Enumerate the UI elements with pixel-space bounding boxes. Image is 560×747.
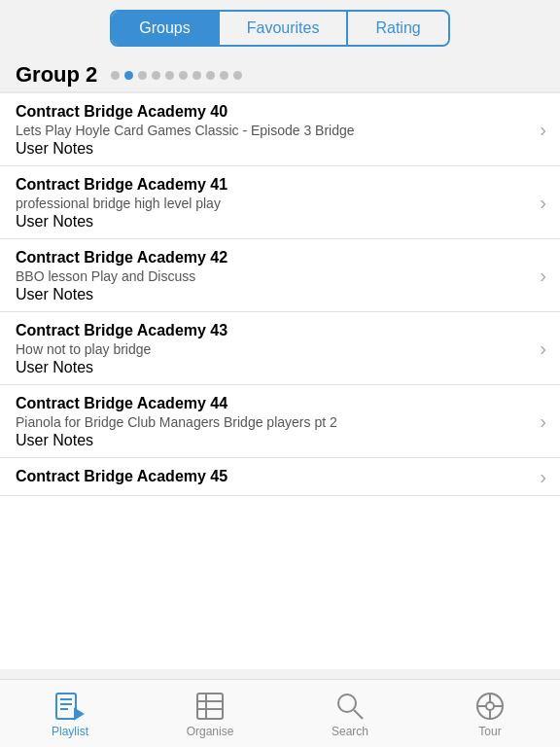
list-item[interactable]: Contract Bridge Academy 44 Pianola for B… xyxy=(0,385,560,458)
nav-label-tour: Tour xyxy=(478,725,501,738)
bottom-nav: Playlist Organise Search xyxy=(0,679,560,747)
chevron-icon: › xyxy=(540,192,546,214)
svg-rect-0 xyxy=(56,694,76,719)
top-tab-bar: Groups Favourites Rating xyxy=(0,0,560,56)
tab-group: Groups Favourites Rating xyxy=(110,10,449,47)
dot-7[interactable] xyxy=(192,71,201,80)
item-notes: User Notes xyxy=(16,432,544,449)
item-desc: Lets Play Hoyle Card Games Classic - Epi… xyxy=(16,123,544,138)
pagination-dots xyxy=(111,71,242,80)
content-list: Contract Bridge Academy 40 Lets Play Hoy… xyxy=(0,93,560,669)
tab-favourites[interactable]: Favourites xyxy=(220,12,349,45)
svg-line-10 xyxy=(354,710,363,719)
chevron-icon: › xyxy=(540,265,546,287)
tour-icon xyxy=(473,690,507,723)
nav-label-organise: Organise xyxy=(187,725,234,738)
item-title: Contract Bridge Academy 44 xyxy=(16,395,544,412)
dot-10[interactable] xyxy=(233,71,242,80)
dot-4[interactable] xyxy=(152,71,160,80)
item-notes: User Notes xyxy=(16,359,544,376)
item-title: Contract Bridge Academy 40 xyxy=(16,103,544,121)
list-item[interactable]: Contract Bridge Academy 45 › xyxy=(0,458,560,496)
dot-9[interactable] xyxy=(220,71,228,80)
item-title: Contract Bridge Academy 45 xyxy=(16,468,544,485)
playlist-icon xyxy=(53,690,87,723)
list-item[interactable]: Contract Bridge Academy 43 How not to pl… xyxy=(0,312,560,385)
list-item[interactable]: Contract Bridge Academy 42 BBO lesson Pl… xyxy=(0,239,560,312)
nav-item-search[interactable]: Search xyxy=(280,684,420,744)
nav-label-playlist: Playlist xyxy=(52,725,88,738)
svg-rect-5 xyxy=(197,694,223,719)
svg-marker-4 xyxy=(75,709,83,719)
nav-label-search: Search xyxy=(332,725,368,738)
item-desc: BBO lesson Play and Discuss xyxy=(16,268,544,284)
organise-icon xyxy=(193,690,227,723)
search-icon xyxy=(333,690,367,723)
item-title: Contract Bridge Academy 42 xyxy=(16,249,544,267)
item-desc: Pianola for Bridge Club Managers Bridge … xyxy=(16,414,544,430)
dot-2[interactable] xyxy=(124,71,133,80)
chevron-icon: › xyxy=(540,119,546,141)
dot-6[interactable] xyxy=(179,71,188,80)
item-notes: User Notes xyxy=(16,140,544,158)
nav-item-organise[interactable]: Organise xyxy=(140,684,280,744)
chevron-icon: › xyxy=(540,338,546,360)
chevron-icon: › xyxy=(540,410,546,433)
list-item[interactable]: Contract Bridge Academy 41 professional … xyxy=(0,166,560,239)
nav-item-tour[interactable]: Tour xyxy=(420,684,560,744)
item-notes: User Notes xyxy=(16,213,544,231)
item-desc: How not to play bridge xyxy=(16,341,544,357)
dot-3[interactable] xyxy=(138,71,147,80)
svg-point-12 xyxy=(486,702,494,710)
svg-point-9 xyxy=(338,694,356,712)
nav-item-playlist[interactable]: Playlist xyxy=(0,684,140,744)
item-title: Contract Bridge Academy 41 xyxy=(16,176,544,194)
dot-5[interactable] xyxy=(165,71,174,80)
list-item[interactable]: Contract Bridge Academy 40 Lets Play Hoy… xyxy=(0,93,560,166)
item-title: Contract Bridge Academy 43 xyxy=(16,322,544,339)
tab-rating[interactable]: Rating xyxy=(348,12,447,45)
group-header: Group 2 xyxy=(0,56,560,91)
dot-1[interactable] xyxy=(111,71,120,80)
tab-groups[interactable]: Groups xyxy=(112,12,219,45)
item-desc: professional bridge high level play xyxy=(16,196,544,211)
chevron-icon: › xyxy=(540,466,546,488)
group-title: Group 2 xyxy=(16,62,97,88)
dot-8[interactable] xyxy=(206,71,215,80)
item-notes: User Notes xyxy=(16,286,544,303)
